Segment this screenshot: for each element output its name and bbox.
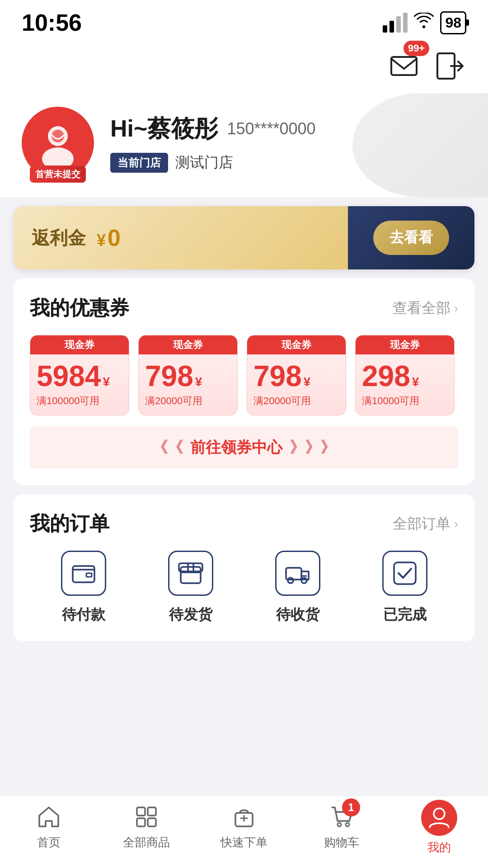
coupon-type: 现金券 xyxy=(30,335,129,354)
bag-icon xyxy=(232,805,256,831)
person-icon xyxy=(421,800,457,836)
profile-info: Hi~蔡筱彤 150****0000 当前门店 测试门店 xyxy=(110,113,466,173)
svg-rect-12 xyxy=(394,562,416,584)
nav-item-全部商品[interactable]: 全部商品 xyxy=(98,805,195,850)
coupon-value: 298 xyxy=(362,362,410,391)
signal-icon xyxy=(383,13,408,33)
order-item-待付款[interactable]: 待付款 xyxy=(61,551,106,625)
coupons-section: 我的优惠券 查看全部 › 现金券 5984 ¥ 满100000可用 现金券 79… xyxy=(14,278,474,485)
rebate-card: 返利金 ¥0 去看看 xyxy=(14,206,474,269)
coupon-unit: ¥ xyxy=(195,375,202,389)
home-icon xyxy=(37,805,61,831)
order-icons-row: 待付款 待发货 待收货 已完成 xyxy=(30,551,458,625)
coupon-type: 现金券 xyxy=(247,335,346,354)
coupon-unit: ¥ xyxy=(412,375,419,389)
nav-item-首页[interactable]: 首页 xyxy=(0,805,98,850)
coupon-item[interactable]: 现金券 5984 ¥ 满100000可用 xyxy=(30,335,129,415)
nav-item-快速下单[interactable]: 快速下单 xyxy=(195,805,293,850)
svg-rect-13 xyxy=(137,807,145,816)
order-label: 已完成 xyxy=(383,605,427,625)
nav-label: 全部商品 xyxy=(123,835,170,850)
svg-point-3 xyxy=(42,147,74,165)
coupon-type: 现金券 xyxy=(139,335,237,354)
logout-button[interactable] xyxy=(434,50,466,84)
svg-rect-15 xyxy=(137,818,145,826)
box-icon xyxy=(168,551,213,596)
store-row: 当前门店 测试门店 xyxy=(110,153,466,173)
arrows-left-icon: 《《 xyxy=(152,439,183,456)
grid-icon xyxy=(134,805,159,831)
check-icon xyxy=(382,551,427,596)
coupon-condition: 满10000可用 xyxy=(356,394,454,415)
coupon-center-banner[interactable]: 《《前往领券中心》》》 xyxy=(30,426,458,469)
wifi-icon xyxy=(414,13,434,33)
coupons-view-all[interactable]: 查看全部 › xyxy=(393,298,458,318)
rebate-left: 返利金 ¥0 xyxy=(14,206,348,269)
avatar-tag: 首营未提交 xyxy=(30,166,86,183)
battery-icon: 98 xyxy=(440,11,466,34)
coupon-condition: 满20000可用 xyxy=(139,394,237,415)
profile-name-row: Hi~蔡筱彤 150****0000 xyxy=(110,113,466,145)
svg-rect-0 xyxy=(391,57,417,75)
nav-label: 首页 xyxy=(37,835,61,850)
coupon-item[interactable]: 现金券 298 ¥ 满10000可用 xyxy=(355,335,455,415)
store-badge: 当前门店 xyxy=(110,153,168,173)
coupon-item[interactable]: 现金券 798 ¥ 满20000可用 xyxy=(138,335,238,415)
nav-label: 快速下单 xyxy=(221,835,267,850)
wallet-icon xyxy=(61,551,106,596)
chevron-right-icon: › xyxy=(454,301,458,316)
coupon-type: 现金券 xyxy=(356,335,454,354)
store-name: 测试门店 xyxy=(175,153,233,173)
header-actions: 99+ xyxy=(0,41,488,93)
nav-item-购物车[interactable]: 1 购物车 xyxy=(293,805,390,850)
order-label: 待发货 xyxy=(169,605,212,625)
rebate-right: 去看看 xyxy=(348,206,474,269)
coupon-value: 798 xyxy=(145,362,193,391)
coupon-list: 现金券 5984 ¥ 满100000可用 现金券 798 ¥ 满20000可用 … xyxy=(30,335,458,415)
message-button[interactable]: 99+ xyxy=(388,50,420,84)
svg-point-19 xyxy=(346,823,349,826)
order-item-待发货[interactable]: 待发货 xyxy=(168,551,213,625)
coupon-unit: ¥ xyxy=(304,375,311,389)
coupon-condition: 满20000可用 xyxy=(247,394,346,415)
svg-rect-16 xyxy=(148,818,156,826)
status-bar: 10:56 98 xyxy=(0,0,488,41)
svg-rect-14 xyxy=(148,807,156,816)
delivery-icon xyxy=(275,551,320,596)
rebate-amount: 0 xyxy=(108,225,121,251)
svg-point-10 xyxy=(288,578,293,583)
message-badge: 99+ xyxy=(404,41,429,56)
avatar-wrap: 首营未提交 xyxy=(22,107,94,179)
order-item-待收货[interactable]: 待收货 xyxy=(275,551,320,625)
look-button[interactable]: 去看看 xyxy=(373,221,449,255)
svg-point-18 xyxy=(338,823,341,826)
coupons-title: 我的优惠券 xyxy=(30,295,129,321)
order-label: 待付款 xyxy=(62,605,105,625)
order-label: 待收货 xyxy=(276,605,319,625)
nav-label: 购物车 xyxy=(324,835,359,850)
svg-point-11 xyxy=(301,578,307,583)
nav-item-我的[interactable]: 我的 xyxy=(390,800,488,855)
svg-point-20 xyxy=(434,808,445,819)
coupon-center-text: 《《前往领券中心》》》 xyxy=(152,439,336,456)
coupon-unit: ¥ xyxy=(103,375,110,389)
coupon-item[interactable]: 现金券 798 ¥ 满20000可用 xyxy=(247,335,346,415)
cart-icon: 1 xyxy=(329,805,354,831)
orders-header: 我的订单 全部订单 › xyxy=(30,510,458,537)
coupon-condition: 满100000可用 xyxy=(30,394,129,415)
coupons-header: 我的优惠券 查看全部 › xyxy=(30,295,458,321)
profile-section: 首营未提交 Hi~蔡筱彤 150****0000 当前门店 测试门店 xyxy=(0,93,488,197)
coupon-value: 5984 xyxy=(37,362,101,391)
order-item-已完成[interactable]: 已完成 xyxy=(382,551,427,625)
svg-rect-7 xyxy=(181,567,201,583)
rebate-label: 返利金 xyxy=(32,226,86,250)
profile-name: Hi~蔡筱彤 xyxy=(110,113,218,145)
orders-section: 我的订单 全部订单 › 待付款 待发货 待收货 已完成 xyxy=(14,494,474,641)
status-time: 10:56 xyxy=(22,9,82,36)
status-icons: 98 xyxy=(383,11,466,34)
svg-rect-6 xyxy=(86,573,92,577)
arrows-right-icon: 》》》 xyxy=(290,439,336,456)
profile-phone: 150****0000 xyxy=(227,119,315,138)
orders-view-all[interactable]: 全部订单 › xyxy=(393,514,458,534)
coupon-value: 798 xyxy=(253,362,302,391)
